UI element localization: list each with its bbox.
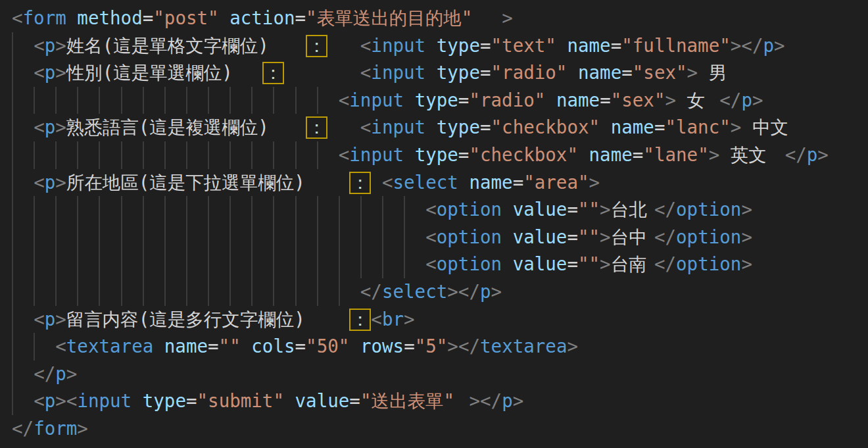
code-token-txt <box>132 390 143 411</box>
code-line[interactable]: <p>性別(這是單選欄位)： <input type="radio" name=… <box>0 59 868 87</box>
indent-guide <box>273 224 274 251</box>
code-token-str: "送出表單" <box>360 387 470 415</box>
code-token-punct: > <box>66 363 78 384</box>
code-token-str: "area" <box>523 172 589 193</box>
indent-guide <box>186 278 187 306</box>
code-token-txt: 留言内容(這是多行文字欄位) <box>66 306 350 334</box>
code-token-punct: </ <box>654 226 676 247</box>
code-token-txt: 台南 <box>611 251 654 278</box>
unicode-highlight-box: ： <box>262 62 284 84</box>
code-line[interactable]: <p><input type="submit" value="送出表單"></p… <box>0 387 868 415</box>
code-token-txt <box>12 62 34 83</box>
code-token-tag: input <box>371 35 425 56</box>
code-token-attr: value <box>295 390 350 411</box>
indent-guide <box>121 87 122 114</box>
indent-guide <box>164 196 166 224</box>
indent-guide <box>55 196 57 224</box>
code-token-punct: < <box>34 62 45 83</box>
indent-guide <box>99 224 100 251</box>
indent-guide <box>12 333 13 361</box>
code-token-txt <box>567 62 578 83</box>
code-token-txt: = <box>600 89 611 111</box>
code-token-attr: rows <box>360 336 404 357</box>
indent-guide <box>339 251 340 278</box>
code-token-punct: ></ <box>731 35 763 56</box>
code-line[interactable]: <p>姓名(這是單格文字欄位)： <input type="text" name… <box>0 32 868 60</box>
code-token-txt <box>425 62 437 83</box>
code-line[interactable]: <p>所在地區(這是下拉選單欄位)： <select name="area"> <box>0 169 868 197</box>
code-token-txt <box>12 199 425 220</box>
indent-guide <box>99 278 100 306</box>
indent-guide <box>339 224 340 251</box>
code-token-txt <box>12 363 34 384</box>
unicode-highlight-box: ： <box>349 172 371 194</box>
indent-guide <box>12 361 13 388</box>
code-token-str: "checkbox" <box>491 116 600 137</box>
code-token-txt <box>425 35 437 56</box>
indent-guide <box>12 141 13 169</box>
code-token-tag: br <box>382 309 404 330</box>
code-token-txt <box>12 116 34 137</box>
indent-guide <box>295 196 297 224</box>
code-token-tag: option <box>437 199 502 220</box>
code-token-punct: > <box>600 199 611 220</box>
indent-guide <box>360 251 362 278</box>
code-line[interactable]: <option value="">台北</option> <box>0 196 868 224</box>
code-line[interactable]: <p>熟悉語言(這是複選欄位)： <input type="checkbox" … <box>0 114 868 141</box>
indent-guide <box>55 251 57 278</box>
indent-guide <box>34 278 35 306</box>
code-line[interactable]: <p>留言内容(這是多行文字欄位)：<br> <box>0 306 868 334</box>
code-token-punct: < <box>360 116 372 137</box>
code-line[interactable]: <option value="">台南</option> <box>0 251 868 278</box>
code-editor[interactable]: <form method="post" action="表單送出的目的地"> <… <box>0 0 868 448</box>
code-token-attr: name <box>589 144 633 165</box>
code-token-tag: option <box>437 226 502 247</box>
code-token-punct: > <box>665 89 676 111</box>
code-token-attr: type <box>437 116 480 137</box>
indent-guide <box>295 87 297 114</box>
indent-guide <box>77 196 78 224</box>
code-token-txt: = <box>480 62 491 83</box>
indent-guide <box>208 251 209 278</box>
code-token-attr: type <box>415 144 458 165</box>
indent-guide <box>12 387 13 415</box>
indent-guide <box>317 196 318 224</box>
code-token-punct: > <box>741 226 752 247</box>
code-token-punct: </ <box>654 253 676 274</box>
code-token-txt: = <box>208 336 219 357</box>
code-token-tag: input <box>349 89 404 111</box>
unicode-highlight-box: ： <box>349 309 371 331</box>
code-token-punct: ></ <box>447 336 480 357</box>
code-token-txt <box>12 226 425 247</box>
code-line[interactable]: </p> <box>0 361 868 388</box>
code-line[interactable]: <input type="radio" name="sex"> 女 </p> <box>0 87 868 114</box>
indent-guide <box>55 87 57 114</box>
code-line[interactable]: <input type="checkbox" name="lane"> 英文 <… <box>0 141 868 169</box>
code-token-punct: > <box>77 418 88 439</box>
code-line[interactable]: <form method="post" action="表單送出的目的地"> <box>0 5 868 32</box>
code-token-punct: > <box>589 172 600 193</box>
code-token-punct: < <box>425 199 437 220</box>
indent-guide <box>382 251 383 278</box>
indent-guide <box>186 224 187 251</box>
code-token-txt: 英文 <box>719 141 784 169</box>
code-token-txt <box>327 116 360 137</box>
code-line[interactable]: <option value="">台中</option> <box>0 224 868 251</box>
code-token-attr: name <box>164 336 208 357</box>
indent-guide <box>317 251 318 278</box>
code-line[interactable]: <textarea name="" cols="50" rows="5"></t… <box>0 333 868 361</box>
code-token-punct: > <box>55 309 66 330</box>
code-token-txt <box>12 309 34 330</box>
indent-guide <box>164 251 166 278</box>
code-token-str: "submit" <box>197 390 284 411</box>
code-line[interactable]: </select></p> <box>0 278 868 306</box>
code-token-punct: < <box>66 390 78 411</box>
indent-guide <box>34 251 35 278</box>
indent-guide <box>295 251 297 278</box>
code-token-txt: = <box>654 116 665 137</box>
code-token-txt: 熟悉語言(這是複選欄位) <box>66 114 306 141</box>
code-token-txt <box>12 89 339 111</box>
indent-guide <box>121 141 122 169</box>
code-line[interactable]: </form> <box>0 415 868 443</box>
code-token-attr: value <box>513 199 567 220</box>
